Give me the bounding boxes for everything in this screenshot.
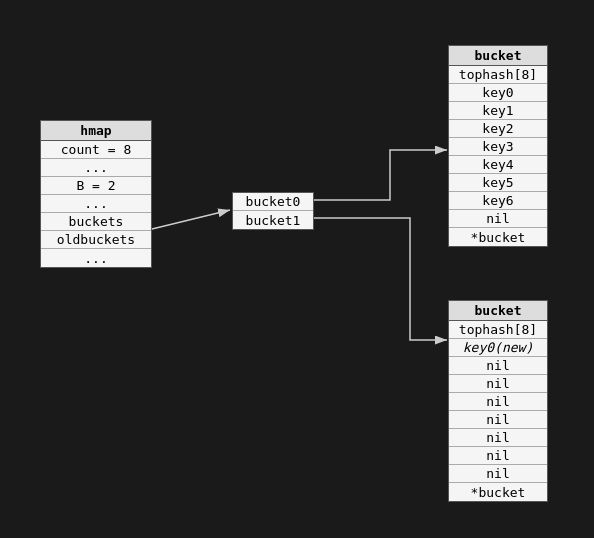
bucket1-row-0: tophash[8] <box>449 66 547 84</box>
bucketref-row-0: bucket0 <box>233 193 313 211</box>
bucket2-row-5: nil <box>449 411 547 429</box>
hmap-row-6: ... <box>41 249 151 267</box>
hmap-row-0: count = 8 <box>41 141 151 159</box>
bucket1-row-9: *bucket <box>449 228 547 246</box>
bucket1-row-7: key6 <box>449 192 547 210</box>
hmap-row-1: ... <box>41 159 151 177</box>
hmap-box: hmap count = 8 ... B = 2 ... buckets old… <box>40 120 152 268</box>
bucketref-box: bucket0 bucket1 <box>232 192 314 230</box>
bucket1-row-3: key2 <box>449 120 547 138</box>
bucket1-box: bucket tophash[8] key0 key1 key2 key3 ke… <box>448 45 548 247</box>
bucket2-row-6: nil <box>449 429 547 447</box>
bucket2-row-8: nil <box>449 465 547 483</box>
bucket2-row-4: nil <box>449 393 547 411</box>
bucket2-title: bucket <box>449 301 547 321</box>
arrow-hmap-to-bucketref <box>152 210 230 229</box>
bucket1-row-5: key4 <box>449 156 547 174</box>
bucket1-row-8: nil <box>449 210 547 228</box>
hmap-row-4: buckets <box>41 213 151 231</box>
bucket2-row-0: tophash[8] <box>449 321 547 339</box>
arrow-bucket1-to-bucket2 <box>314 218 447 340</box>
hmap-row-3: ... <box>41 195 151 213</box>
bucket1-row-6: key5 <box>449 174 547 192</box>
bucket2-row-2: nil <box>449 357 547 375</box>
bucket2-row-9: *bucket <box>449 483 547 501</box>
bucket1-row-1: key0 <box>449 84 547 102</box>
bucket2-row-1: key0(new) <box>449 339 547 357</box>
bucket2-row-3: nil <box>449 375 547 393</box>
bucket2-row-7: nil <box>449 447 547 465</box>
hmap-row-5: oldbuckets <box>41 231 151 249</box>
bucket1-row-2: key1 <box>449 102 547 120</box>
bucketref-row-1: bucket1 <box>233 211 313 229</box>
bucket2-box: bucket tophash[8] key0(new) nil nil nil … <box>448 300 548 502</box>
bucket1-row-4: key3 <box>449 138 547 156</box>
hmap-row-2: B = 2 <box>41 177 151 195</box>
bucket1-title: bucket <box>449 46 547 66</box>
hmap-title: hmap <box>41 121 151 141</box>
arrow-bucket0-to-bucket1 <box>314 150 447 200</box>
diagram: hmap count = 8 ... B = 2 ... buckets old… <box>0 0 594 538</box>
